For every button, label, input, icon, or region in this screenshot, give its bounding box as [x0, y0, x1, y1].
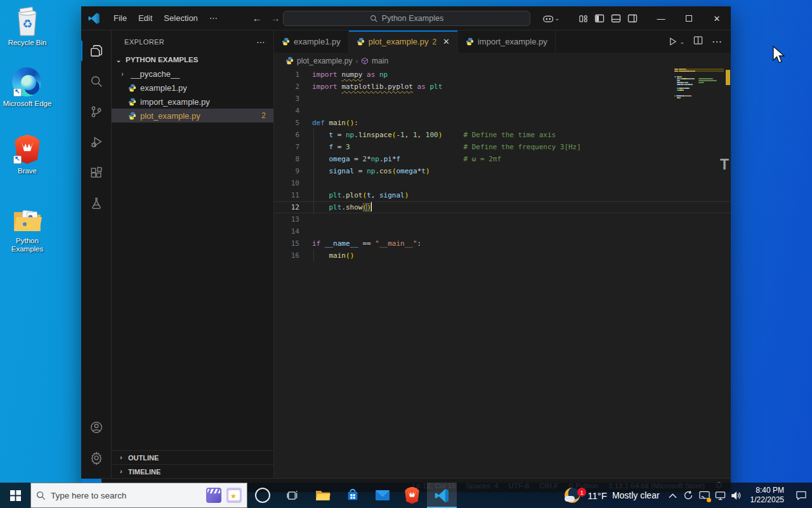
- taskbar-microsoft-store[interactable]: [337, 483, 367, 508]
- taskbar-search-box[interactable]: Type here to search ★: [30, 483, 247, 508]
- code-line-11[interactable]: 11 plt.plot(t, signal): [274, 189, 731, 201]
- tab-example1.py[interactable]: example1.py: [274, 30, 349, 53]
- extensions-icon[interactable]: [81, 157, 112, 188]
- minimize-button[interactable]: —: [647, 6, 675, 30]
- taskbar-weather[interactable]: 1 11°F Mostly clear: [560, 486, 664, 504]
- activity-bar: [81, 30, 112, 478]
- tab-bar: example1.pyplot_example.py2✕import_examp…: [274, 30, 731, 53]
- outline-section[interactable]: › OUTLINE: [112, 450, 273, 464]
- menu-file[interactable]: File: [108, 11, 133, 25]
- nav-back-button[interactable]: ←: [252, 13, 262, 23]
- tray-cast-icon[interactable]: [697, 483, 712, 508]
- code-line-16[interactable]: 16 main(): [274, 250, 731, 262]
- code-line-8[interactable]: 8 omega = 2*np.pi*f # ω = 2πf: [274, 153, 731, 165]
- taskbar-mail[interactable]: [367, 483, 397, 508]
- toggle-sidebar-icon[interactable]: [591, 10, 608, 27]
- timeline-section[interactable]: › TIMELINE: [112, 464, 273, 478]
- settings-gear-icon[interactable]: [81, 443, 112, 473]
- menu-selection[interactable]: Selection: [158, 11, 203, 25]
- line-text: def main():: [312, 117, 358, 129]
- code-line-14[interactable]: 14: [274, 225, 731, 237]
- code-line-15[interactable]: 15if __name__ == "__main__":: [274, 237, 731, 250]
- tab-label: example1.py: [294, 37, 341, 46]
- taskbar-file-explorer[interactable]: [308, 483, 337, 508]
- taskbar-clock[interactable]: 8:40 PM 1/22/2025: [744, 486, 790, 505]
- file-row-plot_example.py[interactable]: plot_example.py2: [112, 109, 273, 123]
- nav-forward-button[interactable]: →: [271, 13, 280, 23]
- desktop-icon-brave[interactable]: Brave: [3, 135, 52, 175]
- menubar: FileEditSelection: [108, 11, 204, 25]
- toggle-panel-icon[interactable]: [608, 10, 624, 27]
- code-line-9[interactable]: 9 signal = np.cos(omega*t): [274, 165, 731, 177]
- desktop-icon-label: Recycle Bin: [3, 39, 52, 47]
- line-text: omega = 2*np.pi*f # ω = 2πf: [312, 153, 501, 165]
- file-tree: ›__pycache__example1.pyimport_example.py…: [112, 67, 273, 123]
- toggle-secondary-sidebar-icon[interactable]: [624, 10, 641, 27]
- editor-more-actions-icon[interactable]: ⋯: [712, 36, 722, 48]
- tab-import_example.py[interactable]: import_example.py: [458, 30, 556, 53]
- customize-layout-icon[interactable]: [575, 10, 591, 27]
- workspace-root-folder[interactable]: ⌄ PYTHON EXAMPLES: [112, 53, 273, 67]
- desktop-icon-microsoft-edge[interactable]: Microsoft Edge: [3, 67, 52, 108]
- file-label: example1.py: [140, 83, 187, 93]
- search-icon[interactable]: [81, 66, 112, 97]
- taskbar-vscode[interactable]: [427, 483, 457, 508]
- source-control-icon[interactable]: [81, 97, 112, 127]
- code-editor[interactable]: 1import numpy as np2import matplotlib.py…: [274, 69, 731, 478]
- menu-edit[interactable]: Edit: [133, 11, 158, 25]
- search-highlight-icon: [206, 488, 221, 503]
- taskbar-brave[interactable]: [397, 483, 427, 508]
- desktop-icon-recycle-bin[interactable]: ♻ Recycle Bin: [3, 6, 52, 47]
- start-button[interactable]: [0, 483, 30, 508]
- tray-show-hidden-icons[interactable]: [665, 483, 681, 508]
- maximize-button[interactable]: [675, 6, 703, 30]
- close-button[interactable]: ✕: [703, 6, 731, 30]
- search-highlight-icon: ★: [226, 488, 242, 503]
- code-line-7[interactable]: 7 f = 3 # Define the frequency 3[Hz]: [274, 141, 731, 153]
- line-number: 9: [274, 165, 299, 177]
- breadcrumb[interactable]: plot_example.py › main: [274, 53, 731, 69]
- account-icon[interactable]: [81, 412, 112, 443]
- explorer-icon[interactable]: [81, 36, 112, 66]
- split-editor-icon[interactable]: [693, 36, 703, 48]
- tray-volume-icon[interactable]: [728, 483, 744, 508]
- code-line-3[interactable]: 3: [274, 93, 731, 105]
- shortcut-arrow-icon: [13, 156, 22, 164]
- search-icon: [370, 15, 378, 23]
- menu-more[interactable]: ⋯: [204, 11, 223, 25]
- run-debug-icon[interactable]: [81, 127, 112, 157]
- command-center-search[interactable]: Python Examples: [283, 11, 530, 26]
- minimap[interactable]: [674, 69, 724, 99]
- clock-date: 1/22/2025: [750, 495, 784, 505]
- code-line-10[interactable]: 10: [274, 177, 731, 189]
- file-row-example1.py[interactable]: example1.py: [112, 81, 273, 95]
- line-text: signal = np.cos(omega*t): [312, 165, 430, 177]
- action-center-icon[interactable]: [790, 483, 812, 508]
- code-line-5[interactable]: 5def main():: [274, 117, 731, 129]
- tray-network-icon[interactable]: [712, 483, 728, 508]
- tray-sync-icon[interactable]: [681, 483, 697, 508]
- run-python-file-button[interactable]: ⌄: [668, 37, 684, 46]
- code-line-13[interactable]: 13: [274, 213, 731, 225]
- chevron-down-icon: ⌄: [114, 57, 123, 64]
- tab-close-icon[interactable]: ✕: [443, 37, 450, 46]
- line-number: 16: [274, 250, 299, 262]
- file-row-__pycache__[interactable]: ›__pycache__: [112, 67, 273, 81]
- code-line-12[interactable]: 12 plt.show(): [274, 201, 731, 213]
- problems-badge: 2: [261, 111, 266, 120]
- code-line-6[interactable]: 6 t = np.linspace(-1, 1, 100) # Define t…: [274, 129, 731, 141]
- code-line-4[interactable]: 4: [274, 105, 731, 117]
- shortcut-arrow-icon: [13, 88, 22, 97]
- desktop-icon-python-examples[interactable]: Python Examples: [3, 204, 52, 253]
- tab-plot_example.py[interactable]: plot_example.py2✕: [349, 30, 458, 53]
- explorer-actions-icon[interactable]: ⋯: [256, 37, 266, 47]
- file-row-import_example.py[interactable]: import_example.py: [112, 95, 273, 109]
- edge-icon: [12, 67, 43, 98]
- copilot-icon[interactable]: ⌄: [543, 10, 560, 27]
- chevron-right-icon: ›: [117, 454, 126, 461]
- code-line-2[interactable]: 2import matplotlib.pyplot as plt: [274, 81, 731, 93]
- taskbar-task-view[interactable]: [278, 483, 308, 508]
- cortana-icon[interactable]: [255, 488, 270, 503]
- code-line-1[interactable]: 1import numpy as np: [274, 69, 731, 81]
- testing-icon[interactable]: [81, 188, 112, 218]
